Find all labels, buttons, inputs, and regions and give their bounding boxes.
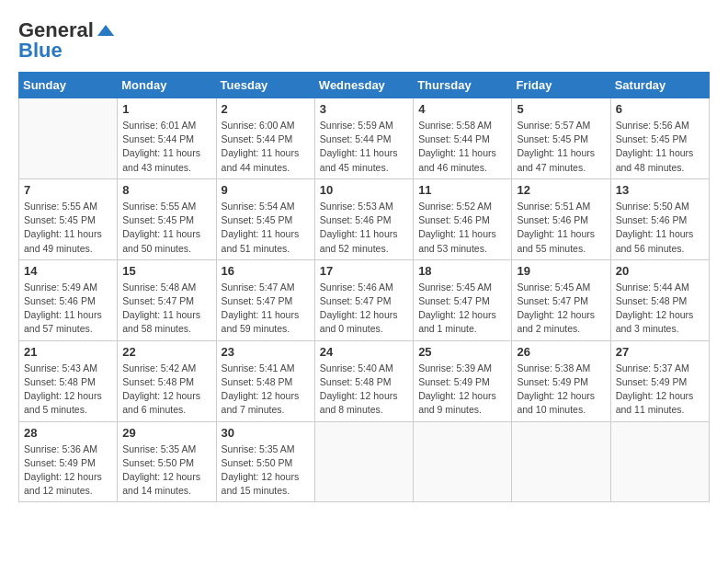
day-number: 2 <box>222 102 310 116</box>
daylight-text-1: Daylight: 12 hours <box>517 390 595 401</box>
sunset-text: Sunset: 5:46 PM <box>418 214 490 225</box>
day-number: 5 <box>517 102 605 116</box>
daylight-text-1: Daylight: 11 hours <box>222 147 300 158</box>
sunrise-text: Sunrise: 5:48 AM <box>122 282 196 293</box>
calendar-cell: 27Sunrise: 5:37 AMSunset: 5:49 PMDayligh… <box>610 340 709 421</box>
daylight-text-1: Daylight: 12 hours <box>24 390 102 401</box>
sunrise-text: Sunrise: 5:51 AM <box>517 201 590 212</box>
sunset-text: Sunset: 5:46 PM <box>24 295 96 306</box>
sunrise-text: Sunrise: 5:59 AM <box>320 120 393 131</box>
day-info: Sunrise: 5:49 AMSunset: 5:46 PMDaylight:… <box>24 281 112 337</box>
calendar-cell: 13Sunrise: 5:50 AMSunset: 5:46 PMDayligh… <box>610 178 709 259</box>
calendar-cell: 6Sunrise: 5:56 AMSunset: 5:45 PMDaylight… <box>610 98 709 179</box>
day-info: Sunrise: 5:36 AMSunset: 5:49 PMDaylight:… <box>24 442 112 499</box>
daylight-text-1: Daylight: 12 hours <box>320 309 398 320</box>
sunset-text: Sunset: 5:48 PM <box>24 376 96 387</box>
sunrise-text: Sunrise: 5:35 AM <box>222 443 295 454</box>
sunrise-text: Sunrise: 5:37 AM <box>616 362 689 373</box>
weekday-header-thursday: Thursday <box>414 73 512 98</box>
daylight-text-1: Daylight: 12 hours <box>418 309 496 320</box>
day-info: Sunrise: 5:48 AMSunset: 5:47 PMDaylight:… <box>122 281 210 337</box>
daylight-text-2: and 51 minutes. <box>222 243 290 254</box>
calendar-cell: 24Sunrise: 5:40 AMSunset: 5:48 PMDayligh… <box>314 340 413 421</box>
sunset-text: Sunset: 5:44 PM <box>418 133 490 144</box>
day-number: 7 <box>24 183 112 197</box>
day-number: 21 <box>24 345 112 359</box>
sunset-text: Sunset: 5:48 PM <box>122 376 194 387</box>
daylight-text-2: and 45 minutes. <box>320 162 389 173</box>
sunrise-text: Sunrise: 5:55 AM <box>122 201 196 212</box>
weekday-header-tuesday: Tuesday <box>216 73 314 98</box>
logo-blue: Blue <box>18 39 63 63</box>
daylight-text-2: and 59 minutes. <box>222 323 290 334</box>
sunrise-text: Sunrise: 6:00 AM <box>222 120 295 131</box>
calendar-cell: 25Sunrise: 5:39 AMSunset: 5:49 PMDayligh… <box>414 340 512 421</box>
calendar-cell: 12Sunrise: 5:51 AMSunset: 5:46 PMDayligh… <box>512 178 610 259</box>
weekday-header-saturday: Saturday <box>610 73 709 98</box>
day-number: 6 <box>616 102 704 116</box>
calendar-week-row: 14Sunrise: 5:49 AMSunset: 5:46 PMDayligh… <box>19 259 710 340</box>
daylight-text-1: Daylight: 11 hours <box>517 147 595 158</box>
sunrise-text: Sunrise: 5:35 AM <box>122 443 196 454</box>
sunset-text: Sunset: 5:48 PM <box>222 376 293 387</box>
sunrise-text: Sunrise: 5:53 AM <box>320 201 393 212</box>
calendar-cell: 1Sunrise: 6:01 AMSunset: 5:44 PMDaylight… <box>118 98 216 179</box>
sunrise-text: Sunrise: 5:41 AM <box>222 362 295 373</box>
weekday-header-sunday: Sunday <box>19 73 118 98</box>
daylight-text-1: Daylight: 12 hours <box>616 309 694 320</box>
day-number: 15 <box>122 264 210 278</box>
day-number: 28 <box>24 426 112 440</box>
day-number: 16 <box>222 264 310 278</box>
sunset-text: Sunset: 5:45 PM <box>24 214 96 225</box>
daylight-text-2: and 0 minutes. <box>320 323 383 334</box>
sunset-text: Sunset: 5:46 PM <box>320 214 392 225</box>
day-number: 26 <box>517 345 605 359</box>
sunrise-text: Sunrise: 5:46 AM <box>320 282 393 293</box>
sunset-text: Sunset: 5:47 PM <box>320 295 392 306</box>
sunset-text: Sunset: 5:47 PM <box>122 295 194 306</box>
daylight-text-1: Daylight: 12 hours <box>320 390 398 401</box>
day-info: Sunrise: 5:38 AMSunset: 5:49 PMDaylight:… <box>517 362 605 418</box>
calendar-cell: 26Sunrise: 5:38 AMSunset: 5:49 PMDayligh… <box>512 340 610 421</box>
calendar-cell: 29Sunrise: 5:35 AMSunset: 5:50 PMDayligh… <box>118 421 216 502</box>
sunrise-text: Sunrise: 5:45 AM <box>418 282 492 293</box>
sunrise-text: Sunrise: 5:42 AM <box>122 362 196 373</box>
day-number: 3 <box>320 102 408 116</box>
day-number: 25 <box>418 345 506 359</box>
calendar-cell: 15Sunrise: 5:48 AMSunset: 5:47 PMDayligh… <box>118 259 216 340</box>
day-info: Sunrise: 5:57 AMSunset: 5:45 PMDaylight:… <box>517 119 605 175</box>
day-number: 12 <box>517 183 605 197</box>
sunset-text: Sunset: 5:50 PM <box>222 457 293 468</box>
daylight-text-2: and 47 minutes. <box>517 162 586 173</box>
sunrise-text: Sunrise: 5:38 AM <box>517 362 590 373</box>
calendar-cell: 19Sunrise: 5:45 AMSunset: 5:47 PMDayligh… <box>512 259 610 340</box>
page-header: General Blue <box>18 18 710 63</box>
calendar-week-row: 21Sunrise: 5:43 AMSunset: 5:48 PMDayligh… <box>19 340 710 421</box>
daylight-text-1: Daylight: 11 hours <box>320 147 398 158</box>
day-info: Sunrise: 6:00 AMSunset: 5:44 PMDaylight:… <box>222 119 310 175</box>
daylight-text-1: Daylight: 12 hours <box>122 471 200 482</box>
day-info: Sunrise: 5:35 AMSunset: 5:50 PMDaylight:… <box>122 442 210 499</box>
daylight-text-1: Daylight: 12 hours <box>222 471 300 482</box>
sunset-text: Sunset: 5:47 PM <box>222 295 293 306</box>
day-number: 29 <box>122 426 210 440</box>
day-number: 14 <box>24 264 112 278</box>
daylight-text-1: Daylight: 11 hours <box>320 228 398 239</box>
sunrise-text: Sunrise: 5:52 AM <box>418 201 492 212</box>
day-number: 23 <box>222 345 310 359</box>
sunset-text: Sunset: 5:49 PM <box>517 376 588 387</box>
sunset-text: Sunset: 5:44 PM <box>320 133 392 144</box>
day-info: Sunrise: 5:54 AMSunset: 5:45 PMDaylight:… <box>222 200 310 256</box>
calendar-cell: 21Sunrise: 5:43 AMSunset: 5:48 PMDayligh… <box>19 340 118 421</box>
daylight-text-2: and 6 minutes. <box>122 404 186 415</box>
daylight-text-2: and 44 minutes. <box>222 162 290 173</box>
day-number: 8 <box>122 183 210 197</box>
calendar-table: SundayMondayTuesdayWednesdayThursdayFrid… <box>18 72 710 502</box>
day-number: 11 <box>418 183 506 197</box>
day-info: Sunrise: 5:53 AMSunset: 5:46 PMDaylight:… <box>320 200 408 256</box>
calendar-cell: 18Sunrise: 5:45 AMSunset: 5:47 PMDayligh… <box>414 259 512 340</box>
daylight-text-2: and 46 minutes. <box>418 162 487 173</box>
day-info: Sunrise: 5:59 AMSunset: 5:44 PMDaylight:… <box>320 119 408 175</box>
daylight-text-1: Daylight: 11 hours <box>24 309 102 320</box>
calendar-cell: 2Sunrise: 6:00 AMSunset: 5:44 PMDaylight… <box>216 98 314 179</box>
